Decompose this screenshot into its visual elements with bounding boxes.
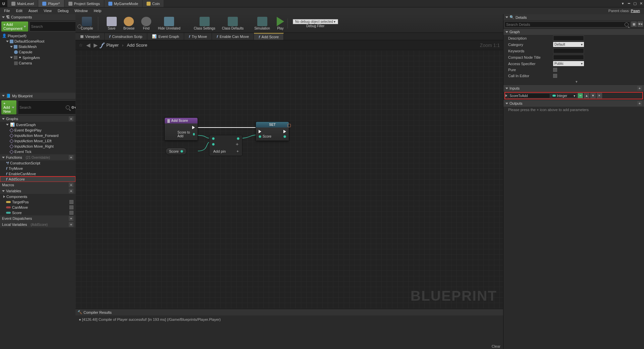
graph-event[interactable]: InputAction Move_LEft <box>0 138 75 144</box>
delegate-pin[interactable] <box>287 124 291 127</box>
data-out-pin[interactable] <box>180 150 183 153</box>
add-new-button[interactable]: + Add New <box>1 100 16 114</box>
data-out-pin[interactable] <box>237 137 239 140</box>
components-search-input[interactable] <box>31 24 77 29</box>
param-array-toggle[interactable]: ━ <box>578 93 583 98</box>
compiler-clear-button[interactable]: Clear <box>492 344 500 348</box>
var-visible-toggle[interactable] <box>69 205 73 209</box>
tab-mainlevel[interactable]: MainLevel <box>7 0 38 7</box>
tab-viewport[interactable]: ▦ Viewport <box>75 33 105 40</box>
param-move-down-button[interactable]: ▼ <box>590 93 596 98</box>
class-defaults-button[interactable]: Class Defaults <box>219 16 247 31</box>
compact-title-input[interactable] <box>553 55 584 60</box>
details-visibility-button[interactable]: 👁▾ <box>638 21 643 27</box>
nav-back-button[interactable]: ◀ <box>86 42 90 48</box>
compile-button[interactable]: Compile <box>77 16 97 31</box>
add-component-button[interactable]: + Add Component <box>1 21 28 32</box>
data-in-pin[interactable] <box>259 135 261 138</box>
exec-in-pin[interactable] <box>259 130 261 133</box>
details-matrix-button[interactable]: ▦ <box>631 21 637 27</box>
function-item-selected[interactable]: fAddScore <box>0 177 75 182</box>
tab-mygamemode[interactable]: MyGameMode <box>104 0 143 7</box>
component-item[interactable]: StaticMesh <box>0 44 75 49</box>
add-output-button[interactable]: + <box>637 101 642 106</box>
node-add-operator[interactable]: ＋ Add pin ＋ <box>209 135 243 156</box>
expand-icon[interactable] <box>505 94 507 97</box>
window-minimize-button[interactable]: ━ <box>626 0 632 7</box>
exec-out-pin[interactable] <box>192 126 195 129</box>
data-out-pin[interactable] <box>193 133 195 136</box>
function-item[interactable]: *fConstructionScript <box>0 160 75 166</box>
inputs-section-header[interactable]: Inputs+ <box>503 85 644 92</box>
details-panel-header[interactable]: 🔍 Details <box>503 14 644 20</box>
component-root[interactable]: 👤 Player(self) <box>0 33 75 39</box>
variable-item[interactable]: Score <box>0 210 75 215</box>
var-visible-toggle[interactable] <box>69 200 73 204</box>
nav-forward-button[interactable]: ▶ <box>94 42 98 48</box>
graph-event[interactable]: InputAction Move_Right <box>0 144 75 149</box>
menu-file[interactable]: File <box>1 8 13 13</box>
window-maximize-button[interactable]: ▢ <box>632 0 638 7</box>
blueprint-search-input[interactable] <box>19 105 66 109</box>
hide-unrelated-button[interactable]: Hide Unrelated <box>155 16 184 31</box>
component-item[interactable]: ✦SpringArm <box>0 55 75 60</box>
graph-event[interactable]: Event Tick <box>0 149 75 154</box>
local-vars-section[interactable]: Local Variables (AddScore)+ <box>0 221 75 228</box>
favorite-icon[interactable]: ☆ <box>79 43 83 48</box>
expand-advanced-button[interactable]: ▾ <box>574 79 579 85</box>
save-button[interactable]: Save <box>103 16 120 31</box>
variable-item[interactable]: CanMove <box>0 205 75 210</box>
tab-coin[interactable]: Coin <box>143 0 164 7</box>
dispatchers-section[interactable]: Event Dispatchers+ <box>0 215 75 221</box>
add-dispatcher-button[interactable]: + <box>69 216 73 221</box>
tab-add-score[interactable]: fAdd Score <box>254 33 284 40</box>
variable-item[interactable]: TargetPos <box>0 199 75 205</box>
play-button[interactable]: Play <box>273 16 287 31</box>
functions-section[interactable]: Functions (21 Overridable)+ <box>0 154 75 160</box>
param-delete-button[interactable]: ✕ <box>597 93 602 98</box>
add-variable-button[interactable]: + <box>69 189 73 193</box>
graph-event[interactable]: InputAction Move_Forward <box>0 133 75 138</box>
tab-player[interactable]: Player* <box>38 0 64 7</box>
tab-construction-script[interactable]: fConstruction Scrip <box>105 33 148 40</box>
keywords-input[interactable] <box>553 48 584 53</box>
tab-try-move[interactable]: fTry Move <box>184 33 212 40</box>
component-item[interactable]: Capsule <box>0 49 75 55</box>
menu-edit[interactable]: Edit <box>13 8 25 13</box>
class-settings-button[interactable]: Class Settings <box>191 16 219 31</box>
param-type-dropdown[interactable]: Integer▾ <box>551 94 577 98</box>
blueprint-search[interactable]: ⚙▾ <box>18 100 78 114</box>
parent-class-link[interactable]: Pawn <box>631 9 640 13</box>
exec-out-pin[interactable] <box>283 130 286 133</box>
node-variable-get[interactable]: Score <box>165 148 187 155</box>
node-set-variable[interactable]: SET Score <box>256 121 289 141</box>
tab-event-graph[interactable]: 📊 Event Graph <box>147 33 184 40</box>
outputs-section-header[interactable]: Outputs+ <box>503 100 644 107</box>
variable-category[interactable]: Components <box>0 194 75 199</box>
component-item[interactable]: Camera <box>0 60 75 66</box>
menu-debug[interactable]: Debug <box>55 8 71 13</box>
call-in-editor-checkbox[interactable] <box>553 74 557 78</box>
data-out-pin[interactable] <box>283 135 286 138</box>
function-item[interactable]: fEnableCanMove <box>0 171 75 177</box>
macros-section[interactable]: Macros+ <box>0 182 75 188</box>
param-move-up-button[interactable]: ▲ <box>584 93 589 98</box>
graph-section-header[interactable]: Graph <box>503 29 644 35</box>
add-pin-button[interactable]: ＋ <box>236 149 239 154</box>
function-item[interactable]: fTryMove <box>0 166 75 171</box>
add-function-button[interactable]: + <box>69 155 73 160</box>
find-button[interactable]: Find <box>138 16 155 31</box>
variables-section[interactable]: Variables+ <box>0 188 75 194</box>
graphs-section[interactable]: Graphs+ <box>0 116 75 122</box>
menu-window[interactable]: Window <box>72 8 90 13</box>
data-in-pin[interactable] <box>212 137 215 140</box>
my-blueprint-header[interactable]: 📘 My Blueprint <box>0 93 75 99</box>
browse-button[interactable]: Browse <box>120 16 138 31</box>
graph-item[interactable]: 📊 EventGraph <box>0 122 75 128</box>
window-help-icon[interactable]: ▾ <box>620 0 626 7</box>
graph-event[interactable]: Event BeginPlay <box>0 128 75 133</box>
menu-asset[interactable]: Asset <box>26 8 41 13</box>
debug-object-dropdown[interactable]: No debug object selected ▾ <box>293 19 338 24</box>
window-close-button[interactable]: ✕ <box>638 0 644 7</box>
menu-view[interactable]: View <box>41 8 54 13</box>
